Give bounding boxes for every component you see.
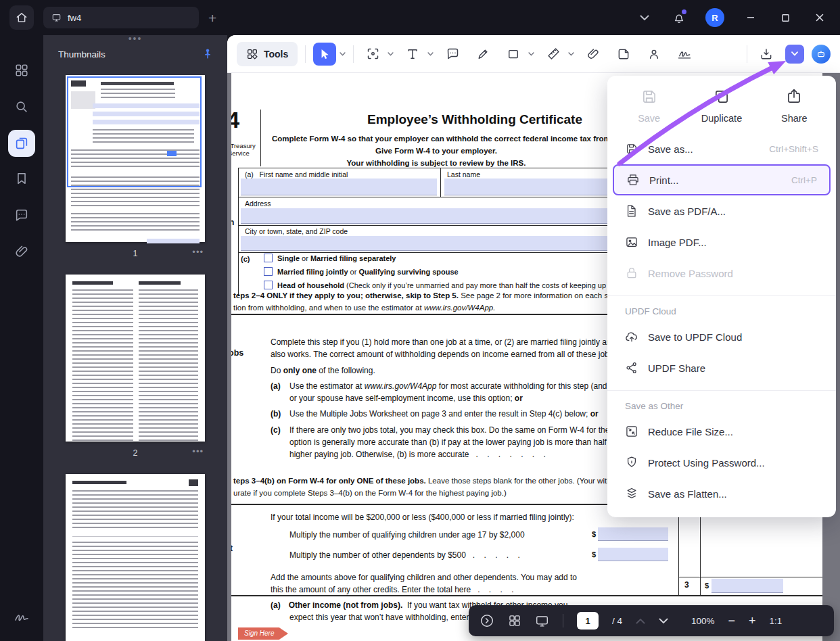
grid-icon [14, 63, 29, 78]
page-thumbnail-1[interactable] [66, 75, 205, 242]
tabs-dropdown-button[interactable] [636, 9, 653, 26]
dependents-amount-field[interactable] [598, 548, 668, 561]
text-tool-dropdown[interactable] [427, 52, 434, 56]
address-label: Address [245, 199, 271, 208]
menu-item-image-pdf[interactable]: Image PDF... [613, 227, 831, 258]
filing-status-label: (c) [241, 255, 250, 263]
pen-tool-button[interactable] [471, 43, 494, 66]
page-thumbnail-2[interactable] [66, 275, 205, 442]
tools-button[interactable]: Tools [237, 42, 298, 66]
account-avatar[interactable]: R [705, 8, 724, 27]
sidebar-item-apps[interactable] [7, 55, 37, 85]
first-name-field[interactable] [241, 179, 437, 195]
signature-tool-button[interactable] [673, 43, 696, 66]
step2-label-fragment: obs [231, 348, 243, 358]
shape-tool-dropdown[interactable] [528, 52, 534, 56]
thumbnail-more-button[interactable]: ••• [192, 247, 204, 257]
step3-add-line2: this the amount of any other credits. En… [271, 585, 514, 594]
paperclip-icon [586, 47, 600, 61]
pen-icon [476, 47, 490, 61]
comment-tool-button[interactable] [441, 43, 464, 66]
checkbox-head-of-household[interactable] [264, 281, 273, 289]
menu-share-action[interactable]: Share [758, 88, 831, 124]
shield-lock-icon [625, 456, 638, 469]
sidebar-item-comments[interactable] [7, 200, 37, 230]
panel-drag-handle[interactable]: ••• [43, 35, 227, 44]
zoom-out-button[interactable]: − [728, 615, 736, 627]
measure-tool-button[interactable] [542, 43, 565, 66]
step2b-line: Use the Multiple Jobs Worksheet on page … [289, 409, 599, 419]
grid-view-button[interactable] [508, 614, 521, 627]
menu-item-print[interactable]: Print... Ctrl+P [613, 164, 831, 195]
measure-tool-dropdown[interactable] [568, 52, 574, 56]
ai-assistant-button[interactable] [812, 45, 831, 64]
title-bar: fw4 + R [0, 0, 840, 35]
select-tool-button[interactable] [313, 43, 336, 66]
sign-here-ribbon[interactable]: Sign Here [238, 627, 288, 640]
home-icon [15, 11, 28, 24]
text-tool-button[interactable] [401, 43, 424, 66]
export-tool-button[interactable] [755, 43, 778, 66]
document-tab[interactable]: fw4 [43, 7, 199, 28]
expand-panel-button[interactable] [480, 613, 494, 628]
previous-page-button[interactable] [636, 618, 645, 624]
menu-item-reduce-file-size[interactable]: Reduce File Size... [613, 416, 831, 447]
total-credits-field[interactable] [711, 579, 783, 593]
shape-tool-button[interactable] [502, 43, 525, 66]
city-label: City or town, state, and ZIP code [245, 227, 348, 235]
sidebar-item-attachments[interactable] [7, 237, 37, 266]
home-button[interactable] [9, 5, 34, 30]
notifications-button[interactable] [671, 9, 687, 26]
form-subtitle-1: Complete Form W-4 so that your employer … [272, 135, 601, 143]
page-thumbnail-3[interactable] [66, 474, 205, 641]
presentation-button[interactable] [535, 615, 549, 627]
crop-tool-button[interactable] [361, 43, 384, 66]
step2c-line3: higher paying job. Otherwise, (b) is mor… [289, 450, 546, 459]
checkbox-married-jointly[interactable] [264, 267, 273, 276]
children-amount-field[interactable] [598, 527, 668, 541]
new-tab-button[interactable]: + [208, 11, 216, 25]
step3-dependents-line: Multiply the number of other dependents … [289, 550, 520, 560]
thumbnail-more-button[interactable]: ••• [192, 446, 204, 456]
menu-duplicate-action[interactable]: Duplicate [685, 88, 757, 124]
crop-tool-dropdown[interactable] [388, 52, 394, 56]
minimize-button[interactable] [743, 9, 759, 26]
page-number-input[interactable] [577, 612, 599, 630]
step1-label-fragment: n [231, 218, 234, 227]
menu-item-save-as-pdfa[interactable]: Save as PDF/A... [613, 195, 831, 227]
step2a-line2: or your spouse have self-employment inco… [289, 394, 523, 403]
zoom-level-label[interactable]: 100% [691, 616, 715, 626]
maximize-button[interactable] [777, 9, 793, 26]
page-total-label: / 4 [612, 616, 622, 626]
step2c-label: (c) [271, 425, 281, 435]
lock-icon [625, 266, 638, 280]
duplicate-icon [713, 88, 730, 105]
next-page-button[interactable] [659, 618, 668, 624]
export-dropdown-button[interactable] [785, 45, 804, 64]
chevron-down-icon [791, 51, 798, 56]
actual-size-button[interactable]: 1:1 [770, 616, 783, 626]
sidebar-item-bookmarks[interactable] [7, 164, 37, 193]
close-button[interactable] [812, 9, 828, 26]
viewport-indicator[interactable] [67, 76, 202, 187]
sticker-tool-button[interactable] [612, 43, 635, 66]
menu-item-updf-share[interactable]: UPDF Share [613, 352, 831, 383]
select-tool-dropdown[interactable] [340, 52, 346, 56]
print-icon [626, 173, 640, 187]
checkbox-single[interactable] [264, 254, 273, 262]
attach-tool-button[interactable] [582, 43, 605, 66]
contact-tool-button[interactable] [643, 43, 666, 66]
sidebar-item-search[interactable] [7, 92, 37, 122]
menu-item-protect-password[interactable]: Protect Using Password... [613, 447, 831, 478]
menu-item-save-as[interactable]: Save as... Ctrl+Shift+S [613, 133, 831, 164]
zoom-in-button[interactable]: + [749, 615, 756, 627]
dollar-sign: $ [705, 581, 709, 590]
pin-icon[interactable] [202, 48, 214, 60]
left-icon-sidebar [0, 35, 43, 641]
sidebar-item-signature[interactable] [7, 602, 37, 632]
view-status-bar: / 4 100% − + 1:1 [469, 605, 834, 636]
sidebar-item-thumbnails[interactable] [8, 130, 35, 157]
form-title: Employee’s Withholding Certificate [312, 112, 637, 127]
menu-item-save-to-cloud[interactable]: Save to UPDF Cloud [613, 321, 831, 352]
menu-item-save-as-flatten[interactable]: Save as Flatten... [613, 478, 831, 509]
